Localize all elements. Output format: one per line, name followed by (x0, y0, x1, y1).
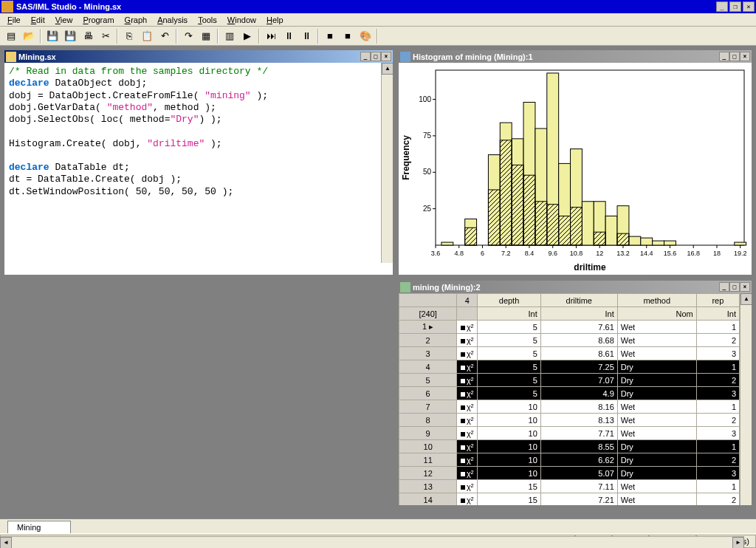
histogram-minimize-button[interactable]: _ (719, 52, 729, 61)
menu-graph[interactable]: Graph (120, 14, 152, 26)
editor-window: Mining.sx _ □ × /* Read in data from the… (3, 49, 394, 276)
menu-program[interactable]: Program (78, 14, 118, 26)
open-button[interactable]: 📂 (21, 28, 37, 44)
svg-rect-25 (535, 202, 547, 245)
datatable-grid[interactable]: 4depthdriltimemethodrep[240]IntIntNomInt… (399, 293, 752, 505)
editor-close-button[interactable]: × (381, 52, 391, 61)
palette-button[interactable]: 🎨 (357, 28, 374, 44)
undo-button[interactable]: ↶ (157, 28, 173, 44)
pause-button[interactable]: ⏸ (281, 28, 297, 44)
histogram-canvas[interactable]: 2550751003.64.867.28.49.610.81213.214.41… (399, 63, 752, 275)
close-button[interactable]: × (743, 1, 755, 12)
table-row[interactable]: 1 ▸χ²57.61Wet1 (399, 321, 740, 334)
menu-analysis[interactable]: Analysis (153, 14, 192, 26)
table-row[interactable]: 8χ²108.13Wet2 (399, 414, 740, 427)
menu-view[interactable]: View (51, 14, 78, 26)
paste-button[interactable]: 📋 (139, 28, 155, 44)
scroll-up-icon[interactable]: ▲ (382, 63, 394, 75)
row-number[interactable]: 14 (399, 493, 457, 506)
col-method[interactable]: method (617, 294, 696, 307)
row-number[interactable]: 7 (399, 400, 457, 414)
menu-file[interactable]: File (3, 14, 25, 26)
histogram-window: Histogram of mining (Mining):1 _ □ × 255… (397, 49, 753, 276)
row-number[interactable]: 4 (399, 360, 457, 374)
redo-button[interactable]: ↷ (180, 28, 196, 44)
editor-minimize-button[interactable]: _ (360, 52, 371, 61)
corner-cell[interactable] (399, 294, 457, 307)
svg-rect-24 (523, 175, 535, 245)
save-all-button[interactable]: 💾 (62, 28, 78, 44)
editor-maximize-button[interactable]: □ (371, 52, 381, 61)
table-row[interactable]: 4χ²57.25Dry1 (399, 360, 740, 374)
table-row[interactable]: 3χ²58.61Wet3 (399, 347, 740, 360)
copy-button[interactable]: ⎘ (121, 28, 137, 44)
workspace: Mining.sx _ □ × /* Read in data from the… (0, 46, 756, 518)
coltype: Int (540, 307, 617, 321)
row-number[interactable]: 12 (399, 467, 457, 480)
row-number[interactable]: 8 (399, 414, 457, 427)
svg-rect-17 (653, 241, 664, 245)
menu-tools[interactable]: Tools (193, 14, 221, 26)
row-number[interactable]: 11 (399, 453, 457, 467)
code-editor[interactable]: /* Read in data from the samples directo… (4, 63, 393, 275)
row-number[interactable]: 3 (399, 347, 457, 360)
histogram-titlebar[interactable]: Histogram of mining (Mining):1 _ □ × (399, 50, 752, 63)
new-doc-button[interactable]: ▤ (3, 28, 19, 44)
svg-text:16.8: 16.8 (687, 250, 700, 257)
table-row[interactable]: 7χ²108.16Wet1 (399, 400, 740, 414)
svg-text:50: 50 (423, 168, 432, 176)
col-rep[interactable]: rep (696, 294, 739, 307)
save-button[interactable]: 💾 (44, 28, 61, 44)
step-over-button[interactable]: ⏭ (263, 28, 279, 44)
datatable-close-button[interactable]: × (740, 282, 750, 292)
table-row[interactable]: 10χ²108.55Dry1 (399, 440, 740, 453)
run-button[interactable]: ▶ (239, 28, 255, 44)
row-number[interactable]: 5 (399, 374, 457, 387)
col-depth[interactable]: depth (478, 294, 540, 307)
var-count[interactable]: 4 (457, 294, 478, 307)
table-row[interactable]: 12χ²105.07Dry3 (399, 467, 740, 480)
table-row[interactable]: 11χ²106.62Dry2 (399, 453, 740, 467)
table-row[interactable]: 9χ²107.71Wet3 (399, 427, 740, 440)
row-number[interactable]: 10 (399, 440, 457, 453)
data-grid[interactable]: 4depthdriltimemethodrep[240]IntIntNomInt… (399, 293, 740, 505)
row-count[interactable]: [240] (399, 307, 457, 321)
data-grid-button[interactable]: ▦ (198, 28, 214, 44)
stop-button[interactable]: ■ (322, 28, 338, 44)
svg-text:10.8: 10.8 (570, 250, 583, 257)
histogram-close-button[interactable]: × (740, 52, 750, 61)
cut-button[interactable]: ✂ (97, 28, 114, 44)
stop-all-button[interactable]: ■ (340, 28, 356, 44)
datatable-minimize-button[interactable]: _ (719, 282, 729, 292)
table-row[interactable]: 14χ²157.21Wet2 (399, 493, 740, 506)
menu-help[interactable]: Help (262, 14, 288, 26)
row-number[interactable]: 9 (399, 427, 457, 440)
svg-text:3.6: 3.6 (431, 250, 441, 257)
row-number[interactable]: 13 (399, 480, 457, 493)
menu-edit[interactable]: Edit (27, 14, 49, 26)
chart-button[interactable]: ▥ (221, 28, 238, 44)
print-button[interactable]: 🖶 (80, 28, 96, 44)
table-row[interactable]: 5χ²57.07Dry2 (399, 374, 740, 387)
datatable-vscrollbar[interactable]: ▲ (740, 293, 752, 505)
histogram-maximize-button[interactable]: □ (729, 52, 740, 61)
histogram-icon (400, 52, 410, 62)
col-driltime[interactable]: driltime (540, 294, 617, 307)
tab-mining[interactable]: Mining (7, 521, 71, 533)
editor-titlebar[interactable]: Mining.sx _ □ × (4, 50, 393, 63)
row-number[interactable]: 1 ▸ (399, 321, 457, 334)
table-row[interactable]: 13χ²157.11Wet1 (399, 480, 740, 493)
datatable-titlebar[interactable]: mining (Mining):2 _ □ × (399, 281, 752, 293)
scroll-up-icon[interactable]: ▲ (740, 293, 752, 305)
menu-window[interactable]: Window (223, 14, 261, 26)
pause-all-button[interactable]: ⏸ (298, 28, 315, 44)
table-row[interactable]: 2χ²58.68Wet2 (399, 334, 740, 347)
editor-vscrollbar[interactable]: ▲ (381, 63, 393, 263)
row-number[interactable]: 2 (399, 334, 457, 347)
minimize-button[interactable]: _ (716, 1, 728, 12)
datatable-icon (400, 282, 410, 292)
table-row[interactable]: 6χ²54.9Dry3 (399, 387, 740, 400)
restore-button[interactable]: ❐ (729, 1, 741, 12)
row-number[interactable]: 6 (399, 387, 457, 400)
datatable-maximize-button[interactable]: □ (729, 282, 740, 292)
